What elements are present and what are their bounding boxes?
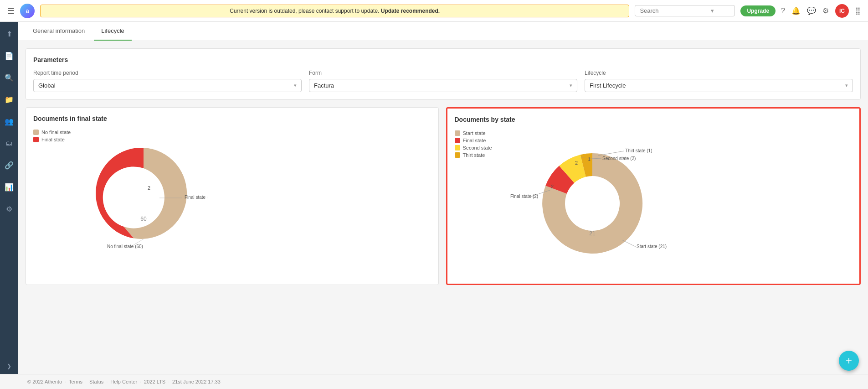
sidebar-icon-search[interactable]: 🔍 bbox=[2, 70, 16, 85]
legend-final-label: Final state bbox=[41, 137, 65, 142]
topbar-icons: ? 🔔 💬 ⚙ IC ⣿ bbox=[781, 4, 861, 18]
chat-icon[interactable]: 💬 bbox=[807, 6, 816, 15]
legend-thirt: Thirt state bbox=[455, 152, 492, 158]
val-2a: 2 bbox=[551, 184, 554, 189]
final-arc bbox=[96, 148, 144, 239]
legend-second: Second state bbox=[455, 145, 492, 150]
final-state-label: Final state (2) bbox=[185, 195, 207, 200]
param-report-arrow: ▾ bbox=[294, 83, 297, 88]
chart-by-state: Documents by state Start state Final sta… bbox=[446, 107, 861, 285]
thirt-label-text: Thirt state (1) bbox=[625, 148, 652, 153]
legend-start-dot bbox=[455, 130, 460, 136]
second-label-text: Second state (2) bbox=[602, 156, 636, 161]
sidebar: ⬆ 📄 🔍 📁 👥 🗂 🔗 📊 ⚙ ❯ bbox=[0, 22, 18, 374]
param-form: Form Factura ▾ bbox=[309, 70, 577, 92]
final-right-label-text: Final state (2) bbox=[510, 194, 538, 199]
param-lifecycle: Lifecycle First Lifecycle ▾ bbox=[585, 70, 853, 92]
footer-status-link[interactable]: Status bbox=[89, 379, 103, 384]
chart-final-title: Documents in final state bbox=[33, 115, 431, 122]
legend-final: Final state bbox=[33, 137, 71, 142]
search-bar[interactable]: ▾ bbox=[635, 5, 735, 16]
legend-final-right-label: Final state bbox=[463, 138, 486, 143]
tab-bar: General information Lifecycle bbox=[18, 22, 868, 41]
legend-thirt-dot bbox=[455, 152, 460, 158]
app-body: ⬆ 📄 🔍 📁 👥 🗂 🔗 📊 ⚙ ❯ General information … bbox=[0, 22, 868, 374]
param-form-arrow: ▾ bbox=[570, 83, 572, 88]
val-1: 1 bbox=[588, 156, 591, 162]
parameters-box: Parameters Report time period Global ▾ F… bbox=[26, 48, 861, 100]
tab-general-information[interactable]: General information bbox=[26, 22, 92, 41]
param-lifecycle-label: Lifecycle bbox=[585, 70, 853, 76]
param-report-value: Global bbox=[38, 82, 56, 89]
logo: a bbox=[20, 4, 35, 18]
start-label-text: Start state (21) bbox=[637, 244, 667, 249]
sidebar-icon-users[interactable]: 👥 bbox=[2, 114, 16, 129]
sidebar-icon-settings[interactable]: ⚙ bbox=[2, 202, 16, 216]
legend-thirt-label: Thirt state bbox=[463, 152, 485, 158]
val-21: 21 bbox=[589, 230, 596, 237]
tab-lifecycle[interactable]: Lifecycle bbox=[94, 22, 132, 41]
legend-start: Start state bbox=[455, 130, 492, 136]
chart-right-svg: Thirt state (1) Second state (2) Final s… bbox=[501, 130, 693, 276]
hamburger-icon[interactable]: ☰ bbox=[7, 6, 15, 16]
charts-row: Documents in final state No final state … bbox=[26, 107, 861, 285]
param-form-select[interactable]: Factura ▾ bbox=[309, 79, 577, 92]
legend-no-final-label: No final state bbox=[41, 130, 71, 135]
settings-icon[interactable]: ⚙ bbox=[822, 6, 829, 15]
param-report-select[interactable]: Global ▾ bbox=[33, 79, 302, 92]
no-final-label: No final state (60) bbox=[107, 244, 143, 249]
param-lifecycle-value: First Lifecycle bbox=[590, 82, 626, 89]
chart-right-title: Documents by state bbox=[455, 116, 853, 123]
legend-final-right-dot bbox=[455, 138, 460, 143]
param-lifecycle-arrow: ▾ bbox=[845, 83, 848, 88]
chart-left-svg-wrap: Final state (2) No final state (60) 60 2 bbox=[80, 130, 207, 257]
sidebar-icon-docs[interactable]: 📄 bbox=[2, 48, 16, 63]
fab-add-button[interactable]: + bbox=[839, 351, 859, 371]
topbar: ☰ a Current version is outdated, please … bbox=[0, 0, 868, 22]
param-lifecycle-select[interactable]: First Lifecycle ▾ bbox=[585, 79, 853, 92]
grid-icon[interactable]: ⣿ bbox=[855, 6, 861, 15]
start-line bbox=[622, 240, 636, 247]
center-60: 60 bbox=[141, 216, 147, 222]
legend-second-label: Second state bbox=[463, 145, 492, 150]
update-banner: Current version is outdated, please cont… bbox=[40, 5, 629, 17]
help-icon[interactable]: ? bbox=[781, 7, 785, 15]
param-report-time: Report time period Global ▾ bbox=[33, 70, 302, 92]
logo-icon: a bbox=[20, 4, 35, 18]
chart-right-legend: Start state Final state Second state bbox=[455, 130, 492, 158]
chart-left-svg: Final state (2) No final state (60) 60 2 bbox=[80, 130, 207, 257]
footer-terms-link[interactable]: Terms bbox=[69, 379, 82, 384]
chart-final-state: Documents in final state No final state … bbox=[26, 107, 439, 285]
thirt-line bbox=[598, 151, 624, 156]
sidebar-icon-folder[interactable]: 📁 bbox=[2, 92, 16, 107]
search-input[interactable] bbox=[640, 7, 708, 14]
sidebar-icon-network[interactable]: 🔗 bbox=[2, 158, 16, 172]
search-dropdown-icon[interactable]: ▾ bbox=[711, 7, 714, 14]
sidebar-collapse-icon[interactable]: ❯ bbox=[7, 363, 11, 369]
chart-right-svg-wrap: Thirt state (1) Second state (2) Final s… bbox=[501, 130, 693, 276]
avatar[interactable]: IC bbox=[835, 4, 849, 18]
legend-start-label: Start state bbox=[463, 130, 486, 136]
upgrade-button[interactable]: Upgrade bbox=[740, 5, 776, 16]
sidebar-icon-files[interactable]: 🗂 bbox=[2, 136, 16, 150]
footer-version: 2022 LTS bbox=[144, 379, 165, 384]
legend-no-final-dot bbox=[33, 130, 39, 135]
parameters-title: Parameters bbox=[33, 56, 853, 63]
sidebar-icon-upload[interactable]: ⬆ bbox=[2, 26, 16, 41]
content-area: Parameters Report time period Global ▾ F… bbox=[18, 41, 868, 292]
sidebar-icon-chart[interactable]: 📊 bbox=[2, 180, 16, 194]
chart-left-legend: No final state Final state bbox=[33, 130, 71, 142]
legend-second-dot bbox=[455, 145, 460, 150]
footer-help-link[interactable]: Help Center bbox=[110, 379, 137, 384]
param-form-value: Factura bbox=[314, 82, 334, 89]
param-form-label: Form bbox=[309, 70, 577, 76]
main-content: General information Lifecycle Parameters… bbox=[18, 22, 868, 374]
legend-final-dot bbox=[33, 137, 39, 142]
param-row: Report time period Global ▾ Form Factura… bbox=[33, 70, 853, 92]
val-2b: 2 bbox=[575, 160, 578, 166]
legend-no-final: No final state bbox=[33, 130, 71, 135]
legend-final-right: Final state bbox=[455, 138, 492, 143]
bell-icon[interactable]: 🔔 bbox=[791, 6, 801, 15]
center-2: 2 bbox=[148, 185, 150, 191]
footer: © 2022 Athento · Terms · Status · Help C… bbox=[0, 374, 868, 389]
